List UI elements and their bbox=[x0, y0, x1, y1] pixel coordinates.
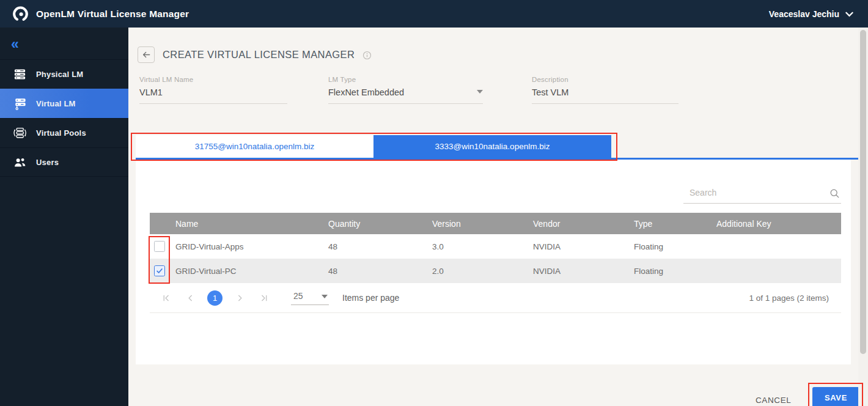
search-icon[interactable] bbox=[829, 188, 840, 199]
sidebar-item-users[interactable]: Users bbox=[0, 147, 128, 177]
items-per-page-value: 25 bbox=[293, 291, 303, 301]
cell-version: 3.0 bbox=[432, 242, 533, 251]
vertical-scrollbar bbox=[858, 28, 868, 406]
screen: OpenLM Virtual License Manager Veaceslav… bbox=[0, 0, 868, 406]
sidebar-item-label: Virtual LM bbox=[36, 99, 76, 108]
lm-type-field: LM Type FlexNet Embedded bbox=[328, 76, 483, 104]
virtual-lm-name-input[interactable] bbox=[139, 87, 287, 104]
tabs-underline bbox=[136, 158, 861, 160]
cell-type: Floating bbox=[634, 267, 716, 276]
info-icon[interactable] bbox=[362, 51, 372, 60]
pagination: 1 25 Items per page 1 of 1 pages (2 item… bbox=[150, 283, 841, 313]
sidebar-item-virtual-pools[interactable]: Virtual Pools bbox=[0, 118, 128, 147]
main-content: CREATE VIRTUAL LICENSE MANAGER Virtual L… bbox=[128, 28, 868, 406]
back-button[interactable] bbox=[138, 46, 155, 63]
topbar: OpenLM Virtual License Manager Veaceslav… bbox=[0, 0, 868, 28]
table-header-row: Name Quantity Version Vendor Type Additi… bbox=[150, 213, 841, 234]
search-input[interactable] bbox=[683, 185, 841, 204]
column-header-vendor: Vendor bbox=[533, 219, 634, 229]
table-row[interactable]: GRID-Virtual-PC 48 2.0 NVIDIA Floating bbox=[150, 259, 841, 283]
items-per-page-label: Items per page bbox=[342, 293, 399, 303]
column-header-version: Version bbox=[432, 219, 533, 229]
virtual-lm-name-field: Virtual LM Name bbox=[139, 76, 287, 104]
user-menu[interactable]: Veaceslav Jechiu bbox=[769, 0, 853, 28]
save-button[interactable]: SAVE bbox=[812, 387, 859, 406]
cell-name: GRID-Virtual-PC bbox=[175, 267, 328, 276]
cell-name: GRID-Virtual-Apps bbox=[175, 242, 328, 251]
cell-quantity: 48 bbox=[328, 267, 432, 276]
virtual-lm-icon bbox=[13, 97, 27, 111]
sidebar: « Physical LM Virtual LM Virtual Pools bbox=[0, 28, 128, 406]
cell-type: Floating bbox=[634, 242, 716, 251]
items-per-page-select[interactable]: 25 bbox=[291, 291, 329, 305]
sidebar-item-physical-lm[interactable]: Physical LM bbox=[0, 59, 128, 89]
search-box bbox=[683, 185, 841, 204]
virtual-pools-icon bbox=[13, 126, 27, 140]
scrollbar-thumb[interactable] bbox=[860, 30, 866, 354]
users-icon bbox=[13, 155, 27, 169]
row-checkbox[interactable] bbox=[154, 241, 165, 252]
previous-page-button[interactable] bbox=[183, 290, 197, 305]
column-header-type: Type bbox=[634, 219, 716, 229]
description-field: Description bbox=[532, 76, 679, 104]
description-input[interactable] bbox=[532, 87, 679, 104]
cell-version: 2.0 bbox=[432, 267, 533, 276]
user-name: Veaceslav Jechiu bbox=[769, 9, 839, 19]
virtual-lm-name-label: Virtual LM Name bbox=[139, 76, 287, 83]
tab-port-31755[interactable]: 31755@win10natalia.openlm.biz bbox=[136, 135, 373, 158]
sidebar-item-virtual-lm[interactable]: Virtual LM bbox=[0, 89, 128, 118]
next-page-button[interactable] bbox=[232, 290, 247, 305]
cell-vendor: NVIDIA bbox=[533, 267, 634, 276]
tab-port-3333[interactable]: 3333@win10natalia.openlm.biz bbox=[373, 135, 611, 158]
physical-lm-icon bbox=[13, 67, 27, 81]
current-page-button[interactable]: 1 bbox=[207, 290, 223, 306]
last-page-button[interactable] bbox=[257, 290, 271, 305]
cell-vendor: NVIDIA bbox=[533, 242, 634, 251]
table-row[interactable]: GRID-Virtual-Apps 48 3.0 NVIDIA Floating bbox=[150, 234, 841, 259]
openlm-logo-icon bbox=[12, 6, 29, 22]
dropdown-arrow-icon bbox=[322, 295, 328, 298]
lm-type-label: LM Type bbox=[328, 76, 483, 83]
lm-type-value: FlexNet Embedded bbox=[328, 87, 404, 97]
column-header-quantity: Quantity bbox=[328, 219, 432, 229]
lm-type-select[interactable]: FlexNet Embedded bbox=[328, 87, 483, 104]
sidebar-collapse-button[interactable]: « bbox=[11, 37, 19, 51]
page-header: CREATE VIRTUAL LICENSE MANAGER bbox=[138, 46, 372, 63]
page-title: CREATE VIRTUAL LICENSE MANAGER bbox=[163, 49, 355, 61]
app-title: OpenLM Virtual License Manager bbox=[36, 9, 189, 20]
cell-quantity: 48 bbox=[328, 242, 432, 251]
description-label: Description bbox=[532, 76, 679, 83]
sidebar-item-label: Users bbox=[36, 158, 59, 167]
sidebar-item-label: Physical LM bbox=[36, 70, 83, 79]
dropdown-arrow-icon bbox=[477, 90, 483, 94]
pagination-summary: 1 of 1 pages (2 items) bbox=[749, 293, 829, 303]
chevron-down-icon bbox=[845, 9, 853, 19]
sidebar-items: Physical LM Virtual LM Virtual Pools Use… bbox=[0, 59, 128, 177]
column-header-additional-key: Additional Key bbox=[716, 219, 841, 229]
column-header-name: Name bbox=[175, 219, 328, 229]
first-page-button[interactable] bbox=[158, 290, 173, 305]
row-checkbox[interactable] bbox=[154, 265, 165, 276]
cancel-button[interactable]: CANCEL bbox=[751, 393, 796, 406]
sidebar-item-label: Virtual Pools bbox=[36, 128, 86, 138]
features-table: Name Quantity Version Vendor Type Additi… bbox=[150, 213, 841, 283]
